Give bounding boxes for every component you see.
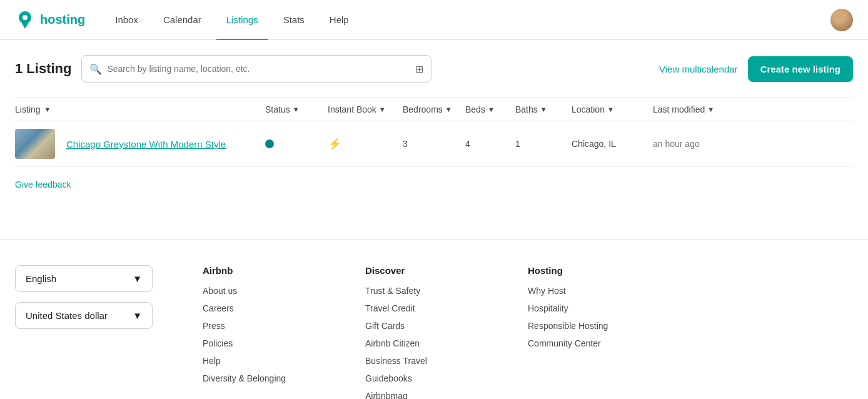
table-header: Listing ▼ Status ▼ Instant Book ▼ Bedroo… [15, 98, 853, 121]
airbnb-logo-icon [15, 10, 35, 30]
footer-link-diversity[interactable]: Diversity & Belonging [203, 373, 315, 383]
create-listing-button[interactable]: Create new listing [748, 56, 853, 82]
listing-location-cell: Chicago, IL [572, 139, 653, 149]
footer-link-responsible-hosting[interactable]: Responsible Hosting [528, 321, 640, 331]
footer-link-press[interactable]: Press [203, 321, 315, 331]
search-box: 🔍 ⊞ [81, 55, 431, 83]
chevron-down-icon: ▼ [379, 106, 386, 113]
footer-link-hospitality[interactable]: Hospitality [528, 303, 640, 313]
footer-hosting-col: Hosting Why Host Hospitality Responsible… [528, 265, 640, 399]
footer: English ▼ United States dollar ▼ Airbnb … [0, 240, 868, 399]
beds-value: 4 [465, 139, 470, 149]
language-selector[interactable]: English ▼ [15, 265, 153, 292]
chevron-down-icon: ▼ [707, 106, 714, 113]
chevron-down-icon: ▼ [133, 273, 142, 284]
footer-discover-title: Discover [365, 265, 478, 276]
footer-link-business-travel[interactable]: Business Travel [365, 356, 478, 366]
listing-cell: Chicago Greystone With Modern Style [15, 129, 265, 159]
listing-count: 1 Listing [15, 61, 71, 77]
footer-link-trust[interactable]: Trust & Safety [365, 286, 478, 296]
language-value: English [26, 273, 56, 284]
footer-link-careers[interactable]: Careers [203, 303, 315, 313]
chevron-down-icon: ▼ [607, 106, 614, 113]
currency-value: United States dollar [26, 310, 108, 321]
logo-link[interactable]: hosting [15, 10, 85, 30]
col-header-instant-book[interactable]: Instant Book ▼ [328, 104, 403, 114]
col-header-location[interactable]: Location ▼ [572, 104, 653, 114]
location-value: Chicago, IL [572, 139, 616, 149]
footer-discover-col: Discover Trust & Safety Travel Credit Gi… [365, 265, 478, 399]
nav-stats[interactable]: Stats [273, 1, 315, 40]
last-modified-value: an hour ago [653, 139, 700, 149]
chevron-down-icon: ▼ [293, 106, 300, 113]
search-icon: 🔍 [89, 63, 102, 75]
instant-book-lightning-icon: ⚡ [328, 137, 341, 151]
baths-value: 1 [515, 139, 520, 149]
chevron-down-icon: ▼ [44, 106, 51, 113]
header-right [830, 9, 853, 31]
view-multicalendar-button[interactable]: View multicalendar [659, 64, 738, 74]
listing-thumbnail [15, 129, 55, 159]
footer-link-airbnbmag[interactable]: Airbnbmag [365, 391, 478, 399]
search-input[interactable] [107, 64, 415, 74]
col-header-baths[interactable]: Baths ▼ [515, 104, 572, 114]
col-header-status[interactable]: Status ▼ [265, 104, 328, 114]
footer-link-guidebooks[interactable]: Guidebooks [365, 373, 478, 383]
listing-status-cell [265, 139, 328, 148]
footer-link-about[interactable]: About us [203, 286, 315, 296]
give-feedback-link[interactable]: Give feedback [15, 167, 71, 202]
header: hosting Inbox Calendar Listings Stats He… [0, 0, 868, 40]
currency-selector[interactable]: United States dollar ▼ [15, 302, 153, 329]
footer-link-airbnb-citizen[interactable]: Airbnb Citizen [365, 338, 478, 348]
main-content: 1 Listing 🔍 ⊞ View multicalendar Create … [0, 40, 868, 202]
footer-link-policies[interactable]: Policies [203, 338, 315, 348]
footer-link-help[interactable]: Help [203, 356, 315, 366]
footer-hosting-title: Hosting [528, 265, 640, 276]
chevron-down-icon: ▼ [488, 106, 495, 113]
chevron-down-icon: ▼ [133, 310, 142, 321]
filter-icon[interactable]: ⊞ [415, 63, 423, 75]
footer-link-gift-cards[interactable]: Gift Cards [365, 321, 478, 331]
toolbar-right: View multicalendar Create new listing [659, 56, 853, 82]
listing-beds-cell: 4 [465, 139, 515, 149]
listing-baths-cell: 1 [515, 139, 572, 149]
col-header-listing[interactable]: Listing ▼ [15, 104, 265, 114]
col-header-bedrooms[interactable]: Bedrooms ▼ [403, 104, 465, 114]
col-header-last-modified[interactable]: Last modified ▼ [653, 104, 853, 114]
toolbar: 1 Listing 🔍 ⊞ View multicalendar Create … [15, 55, 853, 83]
listing-name-link[interactable]: Chicago Greystone With Modern Style [66, 139, 269, 149]
footer-link-community-center[interactable]: Community Center [528, 338, 640, 348]
logo-text: hosting [40, 13, 85, 27]
footer-airbnb-col: Airbnb About us Careers Press Policies H… [203, 265, 315, 399]
avatar[interactable] [830, 9, 853, 31]
listing-last-modified-cell: an hour ago [653, 139, 853, 149]
nav-listings[interactable]: Listings [216, 1, 268, 40]
bedrooms-value: 3 [403, 139, 408, 149]
main-nav: Inbox Calendar Listings Stats Help [105, 0, 358, 39]
nav-calendar[interactable]: Calendar [153, 1, 211, 40]
col-header-beds[interactable]: Beds ▼ [465, 104, 515, 114]
listing-instant-book-cell: ⚡ [328, 137, 403, 151]
footer-airbnb-title: Airbnb [203, 265, 315, 276]
nav-inbox[interactable]: Inbox [105, 1, 148, 40]
listing-bedrooms-cell: 3 [403, 139, 465, 149]
footer-link-travel-credit[interactable]: Travel Credit [365, 303, 478, 313]
nav-help[interactable]: Help [320, 1, 359, 40]
status-active-dot [265, 139, 274, 148]
footer-link-why-host[interactable]: Why Host [528, 286, 640, 296]
chevron-down-icon: ▼ [445, 106, 452, 113]
footer-left: English ▼ United States dollar ▼ [15, 265, 153, 399]
chevron-down-icon: ▼ [540, 106, 547, 113]
table-row: Chicago Greystone With Modern Style ⚡ 3 … [15, 121, 853, 167]
